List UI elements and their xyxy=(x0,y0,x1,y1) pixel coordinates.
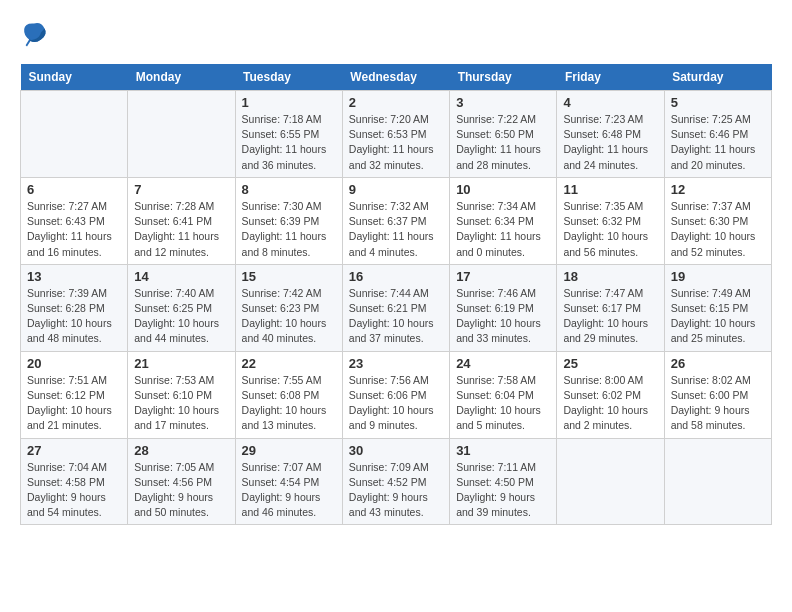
calendar-cell xyxy=(557,438,664,525)
day-info: Sunrise: 7:40 AM Sunset: 6:25 PM Dayligh… xyxy=(134,286,228,347)
calendar-cell: 14Sunrise: 7:40 AM Sunset: 6:25 PM Dayli… xyxy=(128,264,235,351)
day-number: 9 xyxy=(349,182,443,197)
day-number: 28 xyxy=(134,443,228,458)
calendar-cell: 20Sunrise: 7:51 AM Sunset: 6:12 PM Dayli… xyxy=(21,351,128,438)
calendar-cell: 5Sunrise: 7:25 AM Sunset: 6:46 PM Daylig… xyxy=(664,91,771,178)
day-number: 29 xyxy=(242,443,336,458)
calendar-week-row: 20Sunrise: 7:51 AM Sunset: 6:12 PM Dayli… xyxy=(21,351,772,438)
day-info: Sunrise: 7:04 AM Sunset: 4:58 PM Dayligh… xyxy=(27,460,121,521)
calendar-cell: 19Sunrise: 7:49 AM Sunset: 6:15 PM Dayli… xyxy=(664,264,771,351)
calendar-cell: 4Sunrise: 7:23 AM Sunset: 6:48 PM Daylig… xyxy=(557,91,664,178)
col-header-monday: Monday xyxy=(128,64,235,91)
day-info: Sunrise: 7:58 AM Sunset: 6:04 PM Dayligh… xyxy=(456,373,550,434)
day-info: Sunrise: 7:27 AM Sunset: 6:43 PM Dayligh… xyxy=(27,199,121,260)
col-header-saturday: Saturday xyxy=(664,64,771,91)
calendar-cell: 29Sunrise: 7:07 AM Sunset: 4:54 PM Dayli… xyxy=(235,438,342,525)
calendar-cell: 17Sunrise: 7:46 AM Sunset: 6:19 PM Dayli… xyxy=(450,264,557,351)
day-info: Sunrise: 8:00 AM Sunset: 6:02 PM Dayligh… xyxy=(563,373,657,434)
calendar-cell xyxy=(21,91,128,178)
calendar-cell: 23Sunrise: 7:56 AM Sunset: 6:06 PM Dayli… xyxy=(342,351,449,438)
day-info: Sunrise: 7:34 AM Sunset: 6:34 PM Dayligh… xyxy=(456,199,550,260)
calendar-cell: 8Sunrise: 7:30 AM Sunset: 6:39 PM Daylig… xyxy=(235,177,342,264)
day-number: 2 xyxy=(349,95,443,110)
col-header-friday: Friday xyxy=(557,64,664,91)
day-number: 26 xyxy=(671,356,765,371)
calendar-cell: 21Sunrise: 7:53 AM Sunset: 6:10 PM Dayli… xyxy=(128,351,235,438)
day-number: 14 xyxy=(134,269,228,284)
day-info: Sunrise: 7:22 AM Sunset: 6:50 PM Dayligh… xyxy=(456,112,550,173)
calendar-cell: 11Sunrise: 7:35 AM Sunset: 6:32 PM Dayli… xyxy=(557,177,664,264)
day-number: 6 xyxy=(27,182,121,197)
day-info: Sunrise: 7:11 AM Sunset: 4:50 PM Dayligh… xyxy=(456,460,550,521)
day-number: 1 xyxy=(242,95,336,110)
calendar-cell: 15Sunrise: 7:42 AM Sunset: 6:23 PM Dayli… xyxy=(235,264,342,351)
day-info: Sunrise: 7:35 AM Sunset: 6:32 PM Dayligh… xyxy=(563,199,657,260)
day-number: 10 xyxy=(456,182,550,197)
day-number: 17 xyxy=(456,269,550,284)
col-header-tuesday: Tuesday xyxy=(235,64,342,91)
day-number: 21 xyxy=(134,356,228,371)
day-number: 27 xyxy=(27,443,121,458)
col-header-wednesday: Wednesday xyxy=(342,64,449,91)
day-info: Sunrise: 7:47 AM Sunset: 6:17 PM Dayligh… xyxy=(563,286,657,347)
day-info: Sunrise: 7:46 AM Sunset: 6:19 PM Dayligh… xyxy=(456,286,550,347)
day-number: 13 xyxy=(27,269,121,284)
calendar-cell: 18Sunrise: 7:47 AM Sunset: 6:17 PM Dayli… xyxy=(557,264,664,351)
day-info: Sunrise: 7:30 AM Sunset: 6:39 PM Dayligh… xyxy=(242,199,336,260)
calendar-cell: 30Sunrise: 7:09 AM Sunset: 4:52 PM Dayli… xyxy=(342,438,449,525)
calendar-week-row: 1Sunrise: 7:18 AM Sunset: 6:55 PM Daylig… xyxy=(21,91,772,178)
calendar-cell xyxy=(128,91,235,178)
calendar-cell: 12Sunrise: 7:37 AM Sunset: 6:30 PM Dayli… xyxy=(664,177,771,264)
day-info: Sunrise: 7:20 AM Sunset: 6:53 PM Dayligh… xyxy=(349,112,443,173)
day-number: 30 xyxy=(349,443,443,458)
day-number: 24 xyxy=(456,356,550,371)
day-number: 7 xyxy=(134,182,228,197)
col-header-sunday: Sunday xyxy=(21,64,128,91)
day-info: Sunrise: 7:51 AM Sunset: 6:12 PM Dayligh… xyxy=(27,373,121,434)
day-number: 19 xyxy=(671,269,765,284)
logo xyxy=(20,20,50,48)
calendar-cell: 25Sunrise: 8:00 AM Sunset: 6:02 PM Dayli… xyxy=(557,351,664,438)
day-info: Sunrise: 7:49 AM Sunset: 6:15 PM Dayligh… xyxy=(671,286,765,347)
calendar-cell: 27Sunrise: 7:04 AM Sunset: 4:58 PM Dayli… xyxy=(21,438,128,525)
calendar-table: SundayMondayTuesdayWednesdayThursdayFrid… xyxy=(20,64,772,525)
calendar-cell: 31Sunrise: 7:11 AM Sunset: 4:50 PM Dayli… xyxy=(450,438,557,525)
col-header-thursday: Thursday xyxy=(450,64,557,91)
day-info: Sunrise: 8:02 AM Sunset: 6:00 PM Dayligh… xyxy=(671,373,765,434)
calendar-cell: 3Sunrise: 7:22 AM Sunset: 6:50 PM Daylig… xyxy=(450,91,557,178)
calendar-week-row: 6Sunrise: 7:27 AM Sunset: 6:43 PM Daylig… xyxy=(21,177,772,264)
calendar-week-row: 13Sunrise: 7:39 AM Sunset: 6:28 PM Dayli… xyxy=(21,264,772,351)
calendar-cell: 24Sunrise: 7:58 AM Sunset: 6:04 PM Dayli… xyxy=(450,351,557,438)
day-info: Sunrise: 7:18 AM Sunset: 6:55 PM Dayligh… xyxy=(242,112,336,173)
day-number: 18 xyxy=(563,269,657,284)
day-info: Sunrise: 7:23 AM Sunset: 6:48 PM Dayligh… xyxy=(563,112,657,173)
day-info: Sunrise: 7:42 AM Sunset: 6:23 PM Dayligh… xyxy=(242,286,336,347)
day-number: 3 xyxy=(456,95,550,110)
day-info: Sunrise: 7:44 AM Sunset: 6:21 PM Dayligh… xyxy=(349,286,443,347)
day-info: Sunrise: 7:32 AM Sunset: 6:37 PM Dayligh… xyxy=(349,199,443,260)
calendar-header-row: SundayMondayTuesdayWednesdayThursdayFrid… xyxy=(21,64,772,91)
day-info: Sunrise: 7:09 AM Sunset: 4:52 PM Dayligh… xyxy=(349,460,443,521)
day-info: Sunrise: 7:39 AM Sunset: 6:28 PM Dayligh… xyxy=(27,286,121,347)
day-info: Sunrise: 7:05 AM Sunset: 4:56 PM Dayligh… xyxy=(134,460,228,521)
calendar-cell: 16Sunrise: 7:44 AM Sunset: 6:21 PM Dayli… xyxy=(342,264,449,351)
day-number: 4 xyxy=(563,95,657,110)
calendar-cell: 7Sunrise: 7:28 AM Sunset: 6:41 PM Daylig… xyxy=(128,177,235,264)
day-info: Sunrise: 7:07 AM Sunset: 4:54 PM Dayligh… xyxy=(242,460,336,521)
day-number: 12 xyxy=(671,182,765,197)
day-number: 11 xyxy=(563,182,657,197)
calendar-week-row: 27Sunrise: 7:04 AM Sunset: 4:58 PM Dayli… xyxy=(21,438,772,525)
day-number: 16 xyxy=(349,269,443,284)
day-number: 25 xyxy=(563,356,657,371)
day-number: 20 xyxy=(27,356,121,371)
page-header xyxy=(20,20,772,48)
calendar-cell: 2Sunrise: 7:20 AM Sunset: 6:53 PM Daylig… xyxy=(342,91,449,178)
day-number: 23 xyxy=(349,356,443,371)
day-number: 5 xyxy=(671,95,765,110)
day-info: Sunrise: 7:37 AM Sunset: 6:30 PM Dayligh… xyxy=(671,199,765,260)
day-info: Sunrise: 7:28 AM Sunset: 6:41 PM Dayligh… xyxy=(134,199,228,260)
day-info: Sunrise: 7:56 AM Sunset: 6:06 PM Dayligh… xyxy=(349,373,443,434)
calendar-cell: 9Sunrise: 7:32 AM Sunset: 6:37 PM Daylig… xyxy=(342,177,449,264)
day-info: Sunrise: 7:25 AM Sunset: 6:46 PM Dayligh… xyxy=(671,112,765,173)
logo-icon xyxy=(20,20,48,48)
